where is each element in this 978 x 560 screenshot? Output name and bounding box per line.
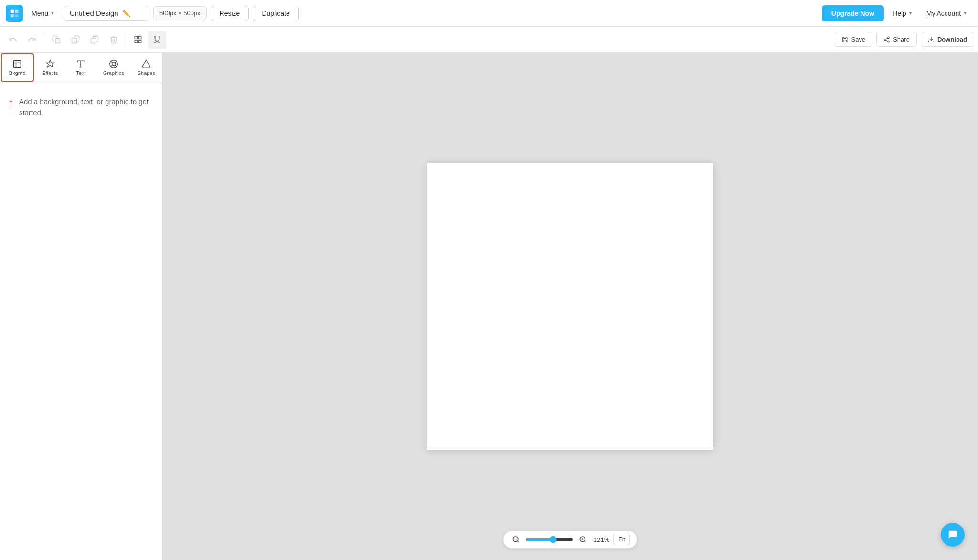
edit-title-icon: ✏️	[122, 10, 130, 17]
side-panel: Bkgrnd Effects Text	[0, 53, 162, 560]
canvas-area[interactable]: 121% Fit	[162, 53, 978, 560]
account-chevron-icon: ▼	[963, 11, 967, 16]
zoom-out-icon	[512, 536, 520, 543]
delete-button[interactable]	[105, 31, 123, 49]
chat-bubble-button[interactable]	[941, 523, 965, 547]
main-area: Bkgrnd Effects Text	[0, 53, 978, 560]
design-title: Untitled Design	[70, 9, 118, 17]
chat-icon	[947, 529, 958, 540]
graphics-icon	[109, 59, 118, 69]
svg-line-27	[115, 62, 116, 63]
svg-point-15	[888, 37, 890, 39]
svg-rect-2	[11, 13, 14, 17]
help-chevron-icon: ▼	[908, 11, 913, 16]
svg-point-16	[884, 39, 886, 41]
undo-button[interactable]	[4, 31, 22, 49]
zoom-in-button[interactable]	[577, 534, 588, 545]
top-navigation: Menu ▼ Untitled Design ✏️ 500px × 500px …	[0, 0, 978, 27]
toolbar: Save Share Download	[0, 27, 978, 53]
share-button[interactable]: Share	[876, 32, 917, 47]
share-icon	[883, 36, 890, 43]
toolbar-divider-1	[44, 33, 44, 46]
svg-rect-1	[15, 9, 18, 12]
tab-text[interactable]: Text	[65, 53, 96, 83]
svg-rect-6	[91, 38, 96, 43]
zoom-out-button[interactable]	[510, 534, 521, 545]
shapes-icon	[141, 59, 151, 69]
save-icon	[842, 36, 849, 43]
svg-rect-4	[55, 38, 60, 43]
tab-effects[interactable]: Effects	[35, 53, 66, 83]
svg-point-17	[888, 41, 890, 42]
tab-bkgrnd[interactable]: Bkgrnd	[1, 53, 34, 82]
menu-chevron-icon: ▼	[50, 11, 55, 16]
svg-line-18	[886, 40, 888, 41]
download-button[interactable]: Download	[921, 32, 974, 47]
magnet-button[interactable]	[148, 31, 166, 49]
tab-shapes[interactable]: Shapes	[131, 53, 162, 83]
size-display: 500px × 500px	[153, 6, 207, 20]
svg-rect-7	[135, 36, 137, 39]
layer-down-button[interactable]	[66, 31, 85, 49]
grid-button[interactable]	[129, 31, 147, 49]
hint-text: Add a background, text, or graphic to ge…	[19, 96, 154, 118]
side-tabs: Bkgrnd Effects Text	[0, 53, 162, 83]
text-icon	[76, 59, 85, 69]
svg-point-23	[112, 63, 115, 66]
logo-button[interactable]	[6, 5, 23, 22]
title-area[interactable]: Untitled Design ✏️	[64, 6, 149, 21]
redo-button[interactable]	[23, 31, 41, 49]
zoom-bar: 121% Fit	[503, 530, 637, 549]
svg-line-34	[584, 541, 585, 542]
help-button[interactable]: Help ▼	[888, 7, 918, 20]
layer-up-button[interactable]	[85, 31, 104, 49]
svg-line-31	[517, 541, 519, 542]
svg-rect-21	[14, 61, 21, 68]
upgrade-button[interactable]: Upgrade Now	[822, 5, 884, 21]
duplicate-button[interactable]: Duplicate	[253, 6, 298, 21]
download-icon	[928, 36, 935, 43]
fit-button[interactable]: Fit	[613, 534, 630, 545]
zoom-slider[interactable]	[525, 536, 573, 543]
bkgrnd-icon	[12, 59, 22, 69]
tab-graphics[interactable]: Graphics	[96, 53, 131, 83]
svg-line-19	[886, 38, 888, 39]
svg-rect-10	[139, 40, 141, 42]
svg-rect-8	[139, 36, 141, 39]
toolbar-divider-2	[126, 33, 126, 46]
svg-line-25	[115, 65, 117, 67]
copy-button[interactable]	[47, 31, 65, 49]
menu-button[interactable]: Menu ▼	[27, 7, 60, 20]
svg-line-28	[111, 65, 113, 67]
zoom-in-icon	[579, 536, 586, 543]
svg-rect-5	[72, 38, 77, 43]
effects-icon	[45, 59, 55, 69]
resize-button[interactable]: Resize	[211, 6, 249, 21]
account-button[interactable]: My Account ▼	[922, 7, 972, 20]
svg-rect-9	[135, 40, 137, 42]
hint-arrow-icon: ↑	[8, 96, 14, 110]
design-canvas[interactable]	[427, 163, 713, 450]
svg-rect-0	[11, 9, 14, 12]
svg-rect-3	[15, 13, 18, 17]
save-button[interactable]: Save	[835, 32, 873, 47]
svg-line-24	[111, 61, 113, 63]
zoom-percent: 121%	[592, 536, 609, 543]
svg-marker-29	[142, 60, 150, 67]
side-content: ↑ Add a background, text, or graphic to …	[0, 83, 162, 560]
